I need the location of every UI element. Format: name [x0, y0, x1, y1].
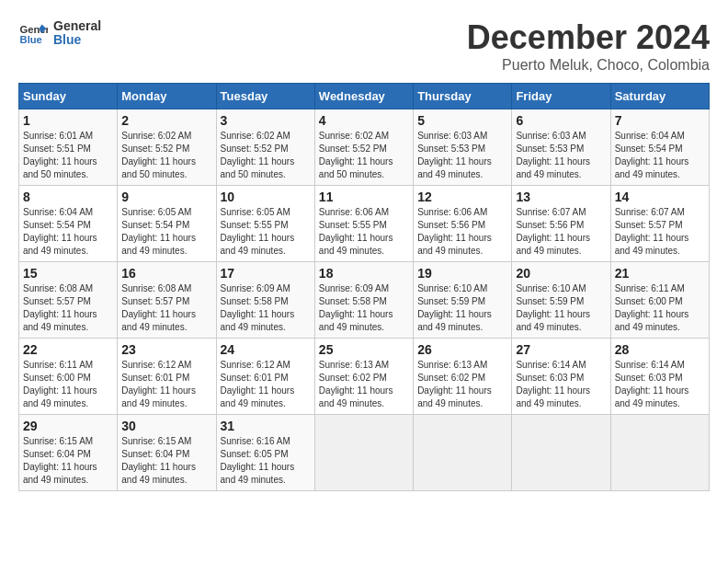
calendar-header-row: Sunday Monday Tuesday Wednesday Thursday…	[19, 84, 710, 109]
svg-text:Blue: Blue	[20, 34, 42, 45]
day-info: Sunrise: 6:03 AM Sunset: 5:53 PM Dayligh…	[417, 130, 507, 181]
table-row: 14 Sunrise: 6:07 AM Sunset: 5:57 PM Dayl…	[610, 186, 709, 262]
day-number: 16	[121, 266, 211, 281]
logo-general: General	[53, 19, 101, 33]
day-info: Sunrise: 6:13 AM Sunset: 6:02 PM Dayligh…	[319, 359, 409, 410]
day-number: 12	[417, 190, 507, 204]
location-subtitle: Puerto Meluk, Choco, Colombia	[467, 57, 710, 74]
day-info: Sunrise: 6:02 AM Sunset: 5:52 PM Dayligh…	[121, 130, 211, 181]
day-info: Sunrise: 6:12 AM Sunset: 6:01 PM Dayligh…	[221, 359, 311, 410]
table-row: 17 Sunrise: 6:09 AM Sunset: 5:58 PM Dayl…	[216, 262, 314, 339]
calendar-table: Sunday Monday Tuesday Wednesday Thursday…	[18, 83, 710, 491]
day-number: 1	[23, 113, 113, 128]
table-row: 25 Sunrise: 6:13 AM Sunset: 6:02 PM Dayl…	[314, 339, 413, 415]
table-row: 13 Sunrise: 6:07 AM Sunset: 5:56 PM Dayl…	[512, 186, 610, 262]
day-number: 19	[417, 266, 507, 281]
day-number: 25	[319, 342, 409, 357]
day-number: 5	[417, 113, 507, 128]
table-row: 6 Sunrise: 6:03 AM Sunset: 5:53 PM Dayli…	[512, 109, 610, 186]
day-info: Sunrise: 6:08 AM Sunset: 5:57 PM Dayligh…	[23, 282, 113, 334]
table-row: 27 Sunrise: 6:14 AM Sunset: 6:03 PM Dayl…	[512, 339, 610, 415]
table-row: 5 Sunrise: 6:03 AM Sunset: 5:53 PM Dayli…	[414, 109, 512, 186]
day-number: 29	[23, 419, 113, 433]
day-number: 26	[417, 342, 507, 357]
calendar-week-row: 29 Sunrise: 6:15 AM Sunset: 6:04 PM Dayl…	[19, 415, 710, 491]
day-number: 4	[319, 113, 409, 128]
day-number: 21	[615, 266, 705, 281]
table-row: 2 Sunrise: 6:02 AM Sunset: 5:52 PM Dayli…	[118, 109, 216, 186]
col-tuesday: Tuesday	[216, 84, 314, 109]
title-area: December 2024 Puerto Meluk, Choco, Colom…	[467, 18, 710, 74]
table-row: 9 Sunrise: 6:05 AM Sunset: 5:54 PM Dayli…	[118, 186, 216, 262]
day-info: Sunrise: 6:03 AM Sunset: 5:53 PM Dayligh…	[516, 130, 606, 181]
table-row: 23 Sunrise: 6:12 AM Sunset: 6:01 PM Dayl…	[118, 339, 216, 415]
day-number: 30	[121, 419, 211, 433]
table-row: 10 Sunrise: 6:05 AM Sunset: 5:55 PM Dayl…	[216, 186, 314, 262]
day-number: 7	[615, 113, 705, 128]
day-number: 10	[221, 190, 311, 204]
day-number: 11	[319, 190, 409, 204]
day-info: Sunrise: 6:04 AM Sunset: 5:54 PM Dayligh…	[23, 206, 113, 258]
day-number: 2	[121, 113, 211, 128]
day-number: 28	[615, 342, 705, 357]
col-wednesday: Wednesday	[314, 84, 413, 109]
table-row: 12 Sunrise: 6:06 AM Sunset: 5:56 PM Dayl…	[414, 186, 512, 262]
table-row: 3 Sunrise: 6:02 AM Sunset: 5:52 PM Dayli…	[216, 109, 314, 186]
day-info: Sunrise: 6:07 AM Sunset: 5:56 PM Dayligh…	[516, 206, 606, 258]
day-number: 13	[516, 190, 606, 204]
day-number: 17	[221, 266, 311, 281]
day-info: Sunrise: 6:10 AM Sunset: 5:59 PM Dayligh…	[417, 282, 507, 334]
calendar-week-row: 1 Sunrise: 6:01 AM Sunset: 5:51 PM Dayli…	[19, 109, 710, 186]
day-number: 31	[221, 419, 311, 433]
day-info: Sunrise: 6:05 AM Sunset: 5:55 PM Dayligh…	[221, 206, 311, 258]
day-info: Sunrise: 6:10 AM Sunset: 5:59 PM Dayligh…	[516, 282, 606, 334]
day-number: 8	[23, 190, 113, 204]
table-row: 29 Sunrise: 6:15 AM Sunset: 6:04 PM Dayl…	[19, 415, 118, 491]
day-info: Sunrise: 6:13 AM Sunset: 6:02 PM Dayligh…	[417, 359, 507, 410]
day-info: Sunrise: 6:09 AM Sunset: 5:58 PM Dayligh…	[221, 282, 311, 334]
table-row: 19 Sunrise: 6:10 AM Sunset: 5:59 PM Dayl…	[414, 262, 512, 339]
day-info: Sunrise: 6:15 AM Sunset: 6:04 PM Dayligh…	[121, 435, 211, 487]
table-row: 7 Sunrise: 6:04 AM Sunset: 5:54 PM Dayli…	[610, 109, 709, 186]
table-row: 4 Sunrise: 6:02 AM Sunset: 5:52 PM Dayli…	[314, 109, 413, 186]
day-number: 27	[516, 342, 606, 357]
calendar-week-row: 22 Sunrise: 6:11 AM Sunset: 6:00 PM Dayl…	[19, 339, 710, 415]
day-number: 3	[221, 113, 311, 128]
day-info: Sunrise: 6:11 AM Sunset: 6:00 PM Dayligh…	[615, 282, 705, 334]
table-row: 26 Sunrise: 6:13 AM Sunset: 6:02 PM Dayl…	[414, 339, 512, 415]
day-number: 14	[615, 190, 705, 204]
table-row: 11 Sunrise: 6:06 AM Sunset: 5:55 PM Dayl…	[314, 186, 413, 262]
day-info: Sunrise: 6:12 AM Sunset: 6:01 PM Dayligh…	[121, 359, 211, 410]
table-row: 1 Sunrise: 6:01 AM Sunset: 5:51 PM Dayli…	[19, 109, 118, 186]
day-number: 20	[516, 266, 606, 281]
day-number: 24	[221, 342, 311, 357]
calendar-week-row: 8 Sunrise: 6:04 AM Sunset: 5:54 PM Dayli…	[19, 186, 710, 262]
day-info: Sunrise: 6:14 AM Sunset: 6:03 PM Dayligh…	[516, 359, 606, 410]
day-number: 6	[516, 113, 606, 128]
table-row	[314, 415, 413, 491]
month-title: December 2024	[467, 18, 710, 57]
col-sunday: Sunday	[19, 84, 118, 109]
table-row: 8 Sunrise: 6:04 AM Sunset: 5:54 PM Dayli…	[19, 186, 118, 262]
day-info: Sunrise: 6:02 AM Sunset: 5:52 PM Dayligh…	[221, 130, 311, 181]
col-saturday: Saturday	[610, 84, 709, 109]
table-row	[610, 415, 709, 491]
table-row	[414, 415, 512, 491]
table-row: 15 Sunrise: 6:08 AM Sunset: 5:57 PM Dayl…	[19, 262, 118, 339]
table-row: 21 Sunrise: 6:11 AM Sunset: 6:00 PM Dayl…	[610, 262, 709, 339]
day-info: Sunrise: 6:05 AM Sunset: 5:54 PM Dayligh…	[121, 206, 211, 258]
day-info: Sunrise: 6:14 AM Sunset: 6:03 PM Dayligh…	[615, 359, 705, 410]
page-header: General Blue General Blue December 2024 …	[18, 18, 710, 74]
logo-blue: Blue	[53, 33, 101, 47]
day-info: Sunrise: 6:02 AM Sunset: 5:52 PM Dayligh…	[319, 130, 409, 181]
day-info: Sunrise: 6:16 AM Sunset: 6:05 PM Dayligh…	[221, 435, 311, 487]
col-thursday: Thursday	[414, 84, 512, 109]
day-info: Sunrise: 6:01 AM Sunset: 5:51 PM Dayligh…	[23, 130, 113, 181]
day-number: 18	[319, 266, 409, 281]
calendar-week-row: 15 Sunrise: 6:08 AM Sunset: 5:57 PM Dayl…	[19, 262, 710, 339]
table-row: 22 Sunrise: 6:11 AM Sunset: 6:00 PM Dayl…	[19, 339, 118, 415]
day-number: 9	[121, 190, 211, 204]
table-row: 30 Sunrise: 6:15 AM Sunset: 6:04 PM Dayl…	[118, 415, 216, 491]
day-number: 15	[23, 266, 113, 281]
table-row: 20 Sunrise: 6:10 AM Sunset: 5:59 PM Dayl…	[512, 262, 610, 339]
